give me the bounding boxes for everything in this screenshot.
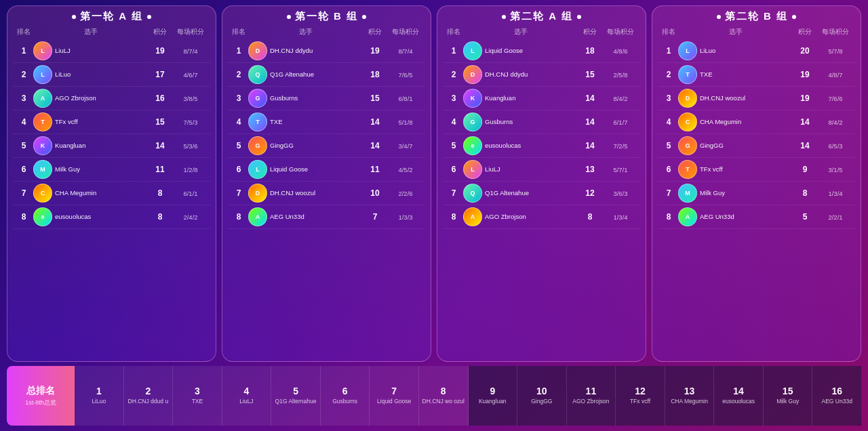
- avatar: G: [463, 112, 482, 131]
- score-main: 8: [148, 212, 172, 222]
- player-name: GingGG: [700, 142, 724, 149]
- player-info: DDH.CNJ ddуdu: [248, 41, 363, 60]
- avatar: G: [248, 89, 267, 108]
- rank-number: 2: [229, 70, 248, 79]
- rank-number: 1: [444, 46, 463, 56]
- score-detail: 8/7/4: [172, 47, 209, 55]
- rank-col-number: 9: [490, 386, 495, 396]
- player-name: AGO Zbrojson: [55, 94, 96, 102]
- rank-col-player-name: Liquid Goose: [377, 398, 411, 405]
- score-main: 20: [793, 46, 817, 56]
- table-row: 7DDH.CNJ woozul102/2/6: [228, 182, 425, 205]
- col-header: 排名: [444, 27, 463, 37]
- player-name: DH.CNJ ddуdu: [485, 70, 528, 78]
- avatar: A: [248, 207, 267, 226]
- rank-number: 8: [659, 212, 678, 222]
- group-1b: 第一轮 B 组 排名选手积分每场积分1DDH.CNJ ddуdu198/7/42…: [222, 5, 431, 362]
- player-name: CHA Megumin: [700, 118, 741, 125]
- player-name: Kuangluan: [485, 94, 515, 102]
- col-header: 选手: [33, 27, 148, 37]
- rank-col-player-name: GingGG: [531, 398, 552, 405]
- title-dot: [72, 15, 76, 19]
- group-title-0: 第一轮 A 组: [13, 10, 210, 23]
- rank-col-number: 7: [391, 386, 397, 396]
- score-main: 14: [578, 141, 602, 150]
- player-info: GGusburns: [463, 112, 578, 131]
- rank-col-8: 8DH.CNJ wo ozul: [419, 366, 469, 426]
- table-header: 排名选手积分每场积分: [228, 26, 425, 38]
- score-detail: 4/6/7: [172, 71, 209, 79]
- table-row: 3KKuangluan148/4/2: [443, 87, 640, 110]
- player-name: DH.CNJ ddуdu: [270, 47, 313, 54]
- rank-number: 1: [229, 46, 248, 56]
- player-name: eusouolucas: [485, 142, 521, 149]
- rank-col-9: 9Kuangluan: [469, 366, 518, 426]
- score-detail: 7/6/6: [817, 95, 854, 102]
- rank-number: 4: [14, 117, 33, 127]
- table-row: 8AAEG Un33d71/3/3: [228, 205, 425, 229]
- player-name: Gusburns: [270, 94, 298, 102]
- rank-number: 3: [659, 94, 678, 103]
- title-dot: [717, 15, 721, 19]
- rank-col-player-name: DH.CNJ wo ozul: [422, 398, 465, 405]
- score-detail: 1/3/4: [602, 213, 639, 221]
- score-main: 9: [793, 165, 817, 174]
- table-header: 排名选手积分每场积分: [658, 26, 855, 38]
- rank-col-number: 5: [293, 386, 298, 396]
- table-row: 1LLiquid Goose184/8/6: [443, 39, 640, 63]
- avatar: K: [33, 136, 52, 155]
- player-name: CHA Megumin: [55, 189, 96, 197]
- avatar: D: [248, 41, 267, 60]
- rank-col-number: 2: [145, 386, 151, 396]
- avatar: Q: [463, 184, 482, 203]
- avatar: C: [678, 112, 697, 131]
- score-detail: 2/5/8: [602, 71, 639, 79]
- col-header: 积分: [363, 27, 387, 37]
- player-name: AGO Zbrojson: [485, 213, 526, 220]
- table-row: 6LLiuLJ135/7/1: [443, 158, 640, 182]
- player-name: Milk Guy: [55, 165, 80, 173]
- score-detail: 4/5/2: [387, 166, 424, 173]
- rank-number: 1: [14, 46, 33, 56]
- score-main: 11: [148, 165, 172, 174]
- score-main: 17: [148, 70, 172, 79]
- score-detail: 4/8/7: [817, 71, 854, 79]
- table-row: 6MMilk Guy111/2/8: [13, 158, 210, 182]
- player-info: MMilk Guy: [678, 184, 793, 203]
- rank-col-16: 16AEG Un33d: [812, 366, 861, 426]
- avatar: L: [678, 41, 697, 60]
- rank-col-number: 15: [783, 386, 793, 396]
- rank-col-3: 3TXE: [173, 366, 222, 426]
- rank-col-player-name: Milk Guy: [776, 398, 799, 405]
- rank-number: 6: [444, 165, 463, 174]
- rank-number: 5: [659, 141, 678, 150]
- avatar: C: [33, 184, 52, 203]
- avatar: D: [248, 184, 267, 203]
- player-name: Liquid Goose: [485, 47, 523, 54]
- score-main: 14: [793, 141, 817, 150]
- col-header: 积分: [793, 27, 817, 37]
- score-main: 8: [578, 212, 602, 222]
- avatar: M: [33, 160, 52, 179]
- player-name: DH.CNJ woozul: [270, 189, 315, 197]
- rank-number: 2: [659, 70, 678, 79]
- table-row: 4GGusburns146/1/7: [443, 110, 640, 134]
- player-info: GGingGG: [248, 136, 363, 155]
- rank-number: 6: [14, 165, 33, 174]
- avatar: T: [33, 112, 52, 131]
- score-main: 18: [363, 70, 387, 79]
- score-detail: 8/7/4: [387, 47, 424, 55]
- rank-col-4: 4LiuLJ: [222, 366, 272, 426]
- rank-number: 7: [659, 188, 678, 198]
- rank-number: 8: [14, 212, 33, 222]
- rank-col-player-name: eusouolucas: [722, 398, 755, 405]
- rank-number: 7: [229, 188, 248, 198]
- rank-number: 1: [659, 46, 678, 56]
- table-header: 排名选手积分每场积分: [443, 26, 640, 38]
- table-row: 1DDH.CNJ ddуdu198/7/4: [228, 39, 425, 63]
- rank-number: 8: [229, 212, 248, 222]
- title-dot: [502, 15, 506, 19]
- score-main: 19: [148, 46, 172, 56]
- rank-number: 4: [659, 117, 678, 127]
- rank-number: 8: [444, 212, 463, 222]
